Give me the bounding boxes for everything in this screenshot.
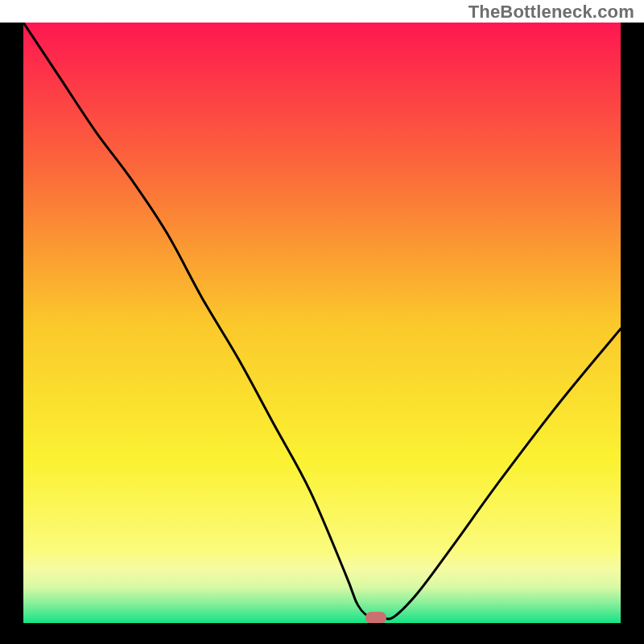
attribution-watermark: TheBottleneck.com — [469, 2, 634, 23]
chart-frame — [0, 23, 644, 644]
optimal-point-marker — [365, 612, 386, 623]
bottleneck-curve — [23, 23, 621, 623]
plot-area — [23, 23, 621, 623]
